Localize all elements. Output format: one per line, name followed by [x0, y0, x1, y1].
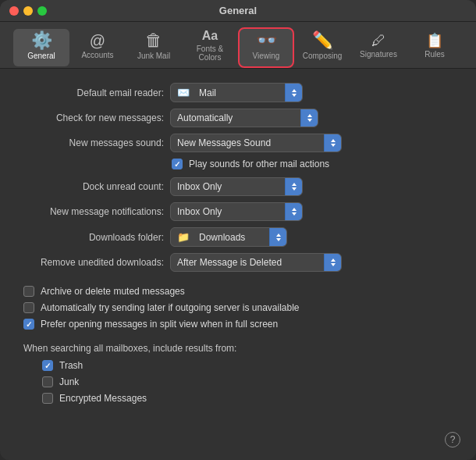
archive-delete-checkbox[interactable] — [23, 286, 34, 297]
chevron-down-icon4 — [292, 187, 297, 191]
new-msg-notif-label: New message notifications: — [23, 206, 164, 217]
play-sounds-checkbox[interactable] — [172, 159, 183, 169]
downloads-folder-select-wrap[interactable]: 📁 Downloads — [170, 227, 287, 247]
chevron-up-icon6 — [276, 234, 281, 237]
gear-icon: ⚙️ — [31, 32, 52, 49]
downloads-folder-select[interactable]: Downloads — [193, 228, 269, 246]
compose-icon: ✏️ — [312, 32, 333, 49]
play-sounds-row: Play sounds for other mail actions — [172, 159, 453, 169]
check-new-messages-label: Check for new messages: — [23, 112, 164, 123]
content-area: Default email reader: ✉️ Mail — [0, 69, 476, 460]
new-messages-sound-select[interactable]: New Messages Sound — [171, 134, 324, 152]
chevrons-icon5 — [292, 208, 297, 216]
maximize-button[interactable] — [37, 6, 47, 16]
default-email-reader-control: ✉️ Mail — [170, 83, 453, 102]
tab-composing[interactable]: ✏️ Composing — [294, 29, 350, 66]
tab-junkmail[interactable]: 🗑 Junk Mail — [126, 29, 182, 66]
junk-label: Junk — [59, 376, 79, 387]
help-button[interactable]: ? — [445, 432, 460, 448]
chevron-up-icon — [292, 89, 297, 92]
auto-retry-checkbox[interactable] — [23, 302, 34, 313]
chevron-down-icon5 — [292, 212, 297, 216]
search-section-label: When searching all mailboxes, include re… — [23, 343, 453, 354]
chevron-up-icon2 — [307, 114, 312, 117]
new-messages-sound-select-wrap[interactable]: New Messages Sound — [170, 134, 342, 152]
chevron-up-icon7 — [331, 259, 336, 262]
split-view-checkbox[interactable] — [23, 319, 34, 330]
encrypted-label: Encrypted Messages — [59, 393, 147, 404]
default-email-reader-chevron — [285, 84, 302, 102]
dock-unread-select-wrap[interactable]: Inbox Only — [170, 177, 303, 196]
tab-composing-label: Composing — [303, 52, 343, 60]
sig-icon: 🖊 — [371, 34, 385, 48]
new-messages-sound-chevron — [324, 134, 341, 152]
tab-general-label: General — [27, 52, 55, 60]
chevron-down-icon — [292, 94, 297, 97]
archive-delete-label: Archive or delete muted messages — [41, 286, 185, 297]
new-messages-sound-row: New messages sound: New Messages Sound — [23, 134, 453, 152]
default-email-reader-label: Default email reader: — [23, 87, 164, 98]
fonts-icon: Aa — [202, 30, 218, 42]
tab-rules[interactable]: 📋 Rules — [407, 30, 463, 65]
minimize-button[interactable] — [23, 6, 33, 16]
tab-fonts-label: Fonts & Colors — [185, 45, 235, 62]
check-new-messages-row: Check for new messages: Automatically — [23, 109, 453, 127]
close-button[interactable] — [9, 6, 19, 16]
glasses-icon: 👓 — [256, 32, 277, 49]
chevrons-icon — [292, 89, 297, 97]
new-msg-notif-chevron — [285, 203, 302, 220]
new-msg-notif-select[interactable]: Inbox Only — [171, 203, 285, 220]
trash-checkbox[interactable] — [42, 360, 53, 371]
encrypted-checkbox[interactable] — [42, 393, 53, 404]
new-messages-sound-label: New messages sound: — [23, 137, 164, 148]
remove-unedited-control: After Message is Deleted — [170, 253, 453, 272]
search-checkboxes: Trash Junk Encrypted Messages — [23, 360, 453, 404]
chevron-down-icon6 — [276, 238, 281, 241]
chevron-down-icon7 — [331, 263, 336, 266]
remove-unedited-select-wrap[interactable]: After Message is Deleted — [170, 253, 342, 272]
spacer1 — [23, 278, 453, 286]
chevron-up-icon5 — [292, 208, 297, 211]
chevrons-icon4 — [292, 183, 297, 191]
chevron-up-icon4 — [292, 183, 297, 186]
tab-fonts[interactable]: Aa Fonts & Colors — [182, 27, 238, 68]
default-email-reader-select[interactable]: Mail — [193, 84, 285, 102]
default-email-reader-select-wrap[interactable]: ✉️ Mail — [170, 83, 303, 102]
play-sounds-label: Play sounds for other mail actions — [189, 159, 329, 169]
check-new-messages-control: Automatically — [170, 109, 453, 127]
new-msg-notif-select-wrap[interactable]: Inbox Only — [170, 202, 303, 221]
chevrons-icon3 — [331, 139, 336, 147]
check-new-messages-select-wrap[interactable]: Automatically — [170, 109, 318, 127]
dock-unread-row: Dock unread count: Inbox Only — [23, 177, 453, 196]
junk-checkbox[interactable] — [42, 376, 53, 387]
new-messages-sound-control: New Messages Sound — [170, 134, 453, 152]
at-icon: @ — [90, 33, 105, 48]
tab-general[interactable]: ⚙️ General — [13, 29, 69, 66]
tab-junkmail-label: Junk Mail — [137, 52, 170, 60]
tab-signatures-label: Signatures — [360, 50, 397, 59]
junk-row: Junk — [42, 376, 453, 387]
tab-accounts[interactable]: @ Accounts — [69, 30, 126, 66]
new-msg-notif-control: Inbox Only — [170, 202, 453, 221]
content-wrapper: Default email reader: ✉️ Mail — [0, 69, 476, 460]
dock-unread-control: Inbox Only — [170, 177, 453, 196]
remove-unedited-select[interactable]: After Message is Deleted — [171, 254, 324, 271]
chevrons-icon6 — [276, 234, 281, 241]
encrypted-row: Encrypted Messages — [42, 393, 453, 404]
toolbar: ⚙️ General @ Accounts 🗑 Junk Mail Aa Fon… — [0, 22, 476, 69]
check-new-messages-select[interactable]: Automatically — [171, 109, 300, 127]
archive-delete-row: Archive or delete muted messages — [23, 286, 453, 297]
tab-accounts-label: Accounts — [81, 51, 113, 59]
tab-signatures[interactable]: 🖊 Signatures — [350, 30, 407, 65]
remove-unedited-chevron — [324, 254, 341, 271]
trash-label: Trash — [59, 360, 83, 371]
tab-viewing[interactable]: 👓 Viewing — [238, 27, 294, 68]
default-email-reader-row: Default email reader: ✉️ Mail — [23, 83, 453, 102]
downloads-folder-chevron — [269, 228, 286, 246]
auto-retry-label: Automatically try sending later if outgo… — [41, 302, 300, 313]
traffic-lights — [9, 6, 47, 16]
trash-row: Trash — [42, 360, 453, 371]
chevrons-icon7 — [331, 259, 336, 266]
split-view-row: Prefer opening messages in split view wh… — [23, 319, 453, 330]
dock-unread-select[interactable]: Inbox Only — [171, 178, 285, 195]
